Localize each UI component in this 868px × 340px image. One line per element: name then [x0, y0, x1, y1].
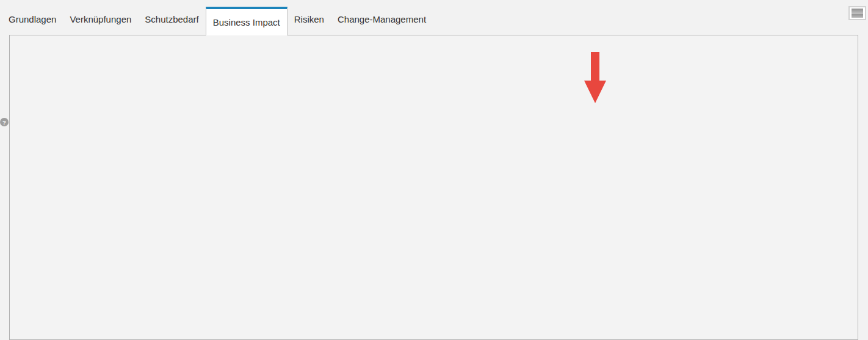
tab-verknuepfungen[interactable]: Verknüpfungen [63, 0, 138, 35]
tab-bar: Grundlagen Verknüpfungen Schutzbedarf Bu… [0, 0, 868, 35]
business-impact-page: Grundlagen Verknüpfungen Schutzbedarf Bu… [0, 0, 868, 340]
content-panel [9, 35, 858, 340]
tab-schutzbedarf[interactable]: Schutzbedarf [138, 0, 205, 35]
tab-change-management[interactable]: Change-Management [331, 0, 433, 35]
annotation-arrow-icon [583, 52, 607, 103]
tab-business-impact[interactable]: Business Impact [206, 7, 288, 35]
help-icon[interactable]: ? [0, 118, 9, 126]
tab-grundlagen[interactable]: Grundlagen [2, 0, 63, 35]
tab-risiken[interactable]: Risiken [288, 0, 331, 35]
